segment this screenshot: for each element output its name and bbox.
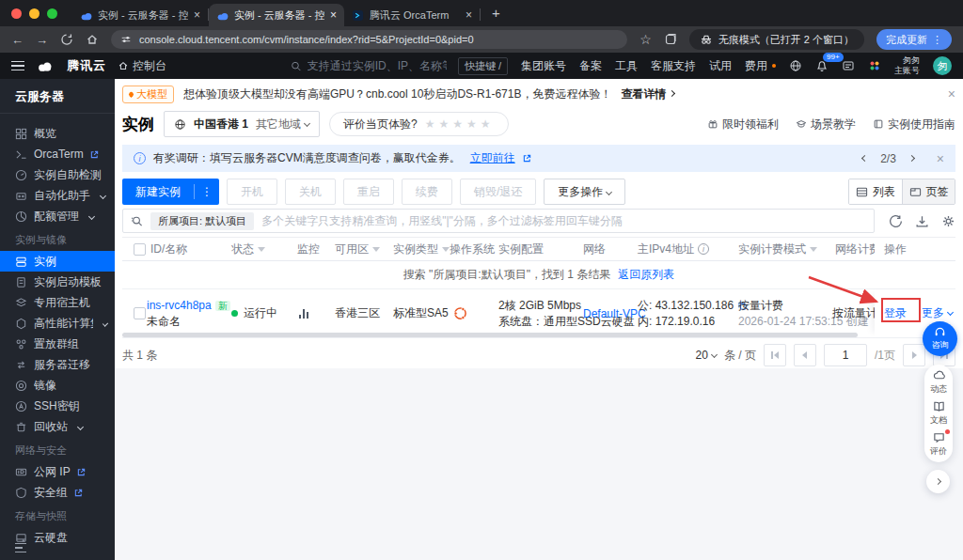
reload-icon[interactable] bbox=[60, 33, 73, 46]
star-icon[interactable]: ★ bbox=[452, 117, 466, 131]
search-input[interactable] bbox=[308, 59, 447, 72]
settings-gear-icon[interactable] bbox=[941, 214, 955, 228]
site-settings-icon[interactable] bbox=[120, 34, 132, 45]
view-list-button[interactable]: 列表 bbox=[849, 179, 902, 204]
filter-funnel-icon[interactable] bbox=[372, 247, 380, 252]
browser-tab-2-active[interactable]: 实例 - 云服务器 - 控制台 × bbox=[209, 4, 344, 26]
nav-item-group-account[interactable]: 集团账号 bbox=[521, 58, 566, 74]
incognito-indicator[interactable]: 无痕模式（已打开 2 个窗口） bbox=[689, 29, 864, 50]
close-tab-icon[interactable]: × bbox=[466, 8, 472, 22]
current-page-input[interactable]: 1 bbox=[824, 344, 867, 366]
region-selector[interactable]: 中国香港 1 其它地域 bbox=[164, 111, 320, 137]
next-page-button[interactable] bbox=[903, 344, 925, 366]
star-icon[interactable]: ★ bbox=[425, 117, 439, 131]
horizontal-scrollbar[interactable] bbox=[122, 333, 858, 337]
vpc-link[interactable]: Default-VPC bbox=[583, 307, 646, 320]
global-search[interactable] bbox=[291, 59, 447, 72]
sidebar-item-ssh-keys[interactable]: SSH密钥 bbox=[0, 396, 115, 416]
guide-link[interactable]: 实例使用指南 bbox=[873, 117, 955, 132]
star-icon[interactable]: ★ bbox=[466, 117, 481, 131]
filter-input[interactable] bbox=[261, 214, 866, 227]
chrome-update-button[interactable]: 完成更新 ⋮ bbox=[876, 29, 952, 50]
kebab-menu-icon[interactable]: ⋮ bbox=[932, 34, 942, 46]
apps-color-icon[interactable] bbox=[868, 59, 881, 72]
row-checkbox[interactable] bbox=[134, 289, 146, 337]
renew-button[interactable]: 续费 bbox=[402, 179, 452, 205]
filter-funnel-icon[interactable] bbox=[442, 247, 450, 252]
create-more-icon[interactable]: ⋮ bbox=[195, 185, 219, 198]
sidebar-item-server-migration[interactable]: 服务器迁移 bbox=[0, 354, 115, 375]
minimize-window-button[interactable] bbox=[29, 8, 39, 19]
login-button[interactable]: 登录 bbox=[884, 305, 907, 321]
sidebar-item-recycle-bin[interactable]: 回收站 bbox=[0, 416, 115, 437]
rating-stars[interactable]: ★★★★★ bbox=[425, 117, 495, 131]
avatar[interactable]: 匆 bbox=[933, 56, 952, 75]
console-home-link[interactable]: 控制台 bbox=[118, 58, 166, 74]
star-icon[interactable]: ★ bbox=[481, 117, 495, 131]
instance-id-link[interactable]: ins-rvc4h8pa bbox=[147, 299, 212, 312]
sidebar-item-public-ip[interactable]: 公网 IP bbox=[0, 461, 115, 482]
sidebar-collapse-icon[interactable] bbox=[15, 543, 26, 553]
benefits-link[interactable]: 限时领福利 bbox=[707, 117, 779, 132]
nav-item-billing[interactable]: 费用 bbox=[745, 58, 776, 74]
sidebar-item-quota[interactable]: 配额管理 bbox=[0, 206, 115, 226]
sidebar-item-images[interactable]: 镜像 bbox=[0, 375, 115, 396]
sidebar-item-security-groups[interactable]: 安全组 bbox=[0, 482, 115, 503]
docs-button[interactable]: 文档 bbox=[930, 400, 947, 427]
more-actions-button[interactable]: 更多操作 bbox=[544, 179, 625, 205]
close-notice-icon[interactable]: × bbox=[937, 151, 944, 166]
filter-tag[interactable]: 所属项目: 默认项目 bbox=[150, 212, 254, 230]
globe-icon[interactable] bbox=[789, 59, 802, 72]
sidebar-item-self-check[interactable]: 实例自助检测 bbox=[0, 164, 115, 185]
tutorial-link[interactable]: 场景教学 bbox=[796, 117, 856, 132]
sidebar-item-orcaterm[interactable]: OrcaTerm bbox=[0, 144, 115, 164]
browser-tab-3[interactable]: 腾讯云 OrcaTerm × bbox=[344, 4, 480, 26]
start-button[interactable]: 开机 bbox=[227, 179, 277, 205]
prev-page-button[interactable] bbox=[794, 344, 816, 366]
page-rating[interactable]: 评价当页体验? ★★★★★ bbox=[329, 112, 509, 136]
nav-item-support[interactable]: 客服支持 bbox=[651, 58, 696, 74]
shutdown-button[interactable]: 关机 bbox=[285, 179, 336, 205]
back-to-list-link[interactable]: 返回原列表 bbox=[618, 267, 674, 283]
account-name[interactable]: 匆匆 主账号 bbox=[894, 55, 920, 76]
close-tab-icon[interactable]: × bbox=[194, 8, 200, 22]
workorder-icon[interactable] bbox=[842, 59, 855, 72]
tab-organize-icon[interactable] bbox=[664, 33, 677, 46]
address-bar[interactable]: console.cloud.tencent.com/cvm/instance/i… bbox=[111, 30, 627, 49]
destroy-button[interactable]: 销毁/退还 bbox=[460, 179, 536, 205]
shortcut-key-chip[interactable]: 快捷键 / bbox=[458, 57, 508, 75]
select-all-checkbox[interactable] bbox=[134, 238, 146, 260]
download-icon[interactable] bbox=[915, 214, 929, 228]
feedback-button[interactable]: 评价 bbox=[930, 431, 947, 458]
bookmark-star-icon[interactable]: ☆ bbox=[639, 33, 652, 46]
zoom-window-button[interactable] bbox=[47, 8, 57, 19]
sidebar-item-overview[interactable]: 概览 bbox=[0, 123, 115, 144]
monitor-chart-icon[interactable] bbox=[299, 308, 308, 319]
notice-next-icon[interactable] bbox=[908, 155, 915, 162]
notice-link[interactable]: 立即前往 bbox=[470, 150, 515, 166]
close-tab-icon[interactable]: × bbox=[330, 8, 337, 22]
notifications[interactable]: 99+ bbox=[815, 59, 829, 72]
filter-search-box[interactable]: 所属项目: 默认项目 bbox=[122, 209, 875, 233]
create-instance-button[interactable]: 新建实例 ⋮ bbox=[122, 179, 219, 205]
close-window-button[interactable] bbox=[11, 8, 22, 19]
filter-funnel-icon[interactable] bbox=[258, 247, 265, 252]
first-page-button[interactable] bbox=[764, 344, 786, 366]
brand-name[interactable]: 腾讯云 bbox=[67, 57, 106, 74]
more-menu-button[interactable]: 更多 bbox=[922, 305, 953, 321]
back-icon[interactable]: ← bbox=[11, 34, 24, 46]
notice-prev-icon[interactable] bbox=[861, 155, 868, 162]
sidebar-item-automation[interactable]: 自动化助手 bbox=[0, 185, 115, 206]
star-icon[interactable]: ★ bbox=[438, 117, 452, 131]
consult-button[interactable]: 咨询 bbox=[923, 321, 957, 356]
new-tab-button[interactable]: + bbox=[492, 5, 500, 21]
news-button[interactable]: 动态 bbox=[930, 369, 947, 396]
sidebar-item-dedicated-host[interactable]: 专用宿主机 bbox=[0, 292, 115, 313]
cell-monitor[interactable] bbox=[299, 289, 308, 337]
page-size-select[interactable]: 20 bbox=[696, 349, 717, 362]
nav-item-trial[interactable]: 试用 bbox=[709, 58, 732, 74]
expand-panel-button[interactable] bbox=[926, 470, 950, 493]
sidebar-item-placement-group[interactable]: 置放群组 bbox=[0, 334, 115, 354]
view-tab-button[interactable]: 页签 bbox=[902, 179, 955, 204]
sidebar-item-instances[interactable]: 实例 bbox=[0, 251, 115, 272]
